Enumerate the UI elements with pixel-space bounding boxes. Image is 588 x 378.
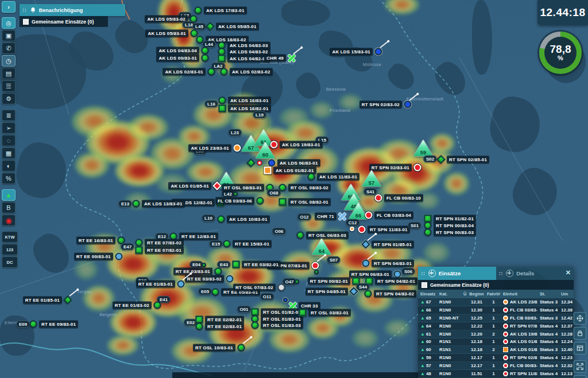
record-button[interactable]: ◉ (2, 215, 16, 226)
center-map-button[interactable] (574, 312, 586, 325)
table-row[interactable]: ▲59R1N012.171RT SPN 02/83-01Status 412.2… (418, 354, 574, 362)
shared-incidents-row: Gemeinsame Einsätze (0) (418, 280, 574, 290)
gauge-value: 78,8 (550, 44, 571, 54)
unit-label: RT OSL 08/83-01 (222, 184, 264, 192)
column-header[interactable]: Fahrt# (484, 291, 501, 297)
unit-circle-icon (202, 47, 209, 54)
table-row[interactable]: ▲64R1N012.221RT SPN 07/83-01Status 412.3… (418, 322, 574, 330)
status-cell: Status 3 (537, 315, 559, 321)
unit-dot-icon (295, 279, 299, 284)
einsaetze-panel-tabs: ∷ Einsätze ∷ Details ✕ (418, 267, 574, 280)
table-cell: 12.30 (467, 307, 484, 313)
table-row[interactable]: ▲48R1N011.511RT SPN 11/83-01Status 412.1… (418, 370, 574, 378)
b-filter-button[interactable]: B (2, 202, 16, 213)
unit-circle-icon (30, 321, 37, 328)
table-cell: 12.38 (559, 307, 574, 313)
expand-button[interactable]: › (2, 1, 16, 13)
unit-label: RT SPN 11/83-01 (368, 226, 410, 233)
tab-einsaetze[interactable]: ∷ Einsätze (418, 267, 496, 280)
shared-incidents-checkbox[interactable] (23, 19, 29, 25)
unit-circle-icon (365, 212, 373, 219)
triangle-up-icon: ▲ (420, 307, 425, 313)
notification-panel: ∷ Benachrichtigung Gemeinsame Einsätze (… (20, 4, 125, 27)
column-header[interactable]: Kat. (437, 291, 461, 297)
column-header[interactable]: Einsatz (418, 291, 437, 297)
report-button[interactable]: ▤ (2, 68, 16, 79)
drag-handle-icon[interactable]: ∷ (23, 7, 27, 13)
triangle-filter-button[interactable]: ▲ (2, 189, 16, 201)
radius-button[interactable]: ◌ (2, 135, 16, 146)
globe-button[interactable]: ◐ (2, 160, 16, 172)
triangle-up-icon: ▲ (420, 332, 425, 337)
unit-square-icon (279, 198, 287, 206)
unit-label: RT EE 16/83-01 (76, 237, 115, 244)
radar-button[interactable]: ◎ (2, 17, 16, 29)
unit-circle-icon (177, 280, 185, 288)
unit-circle-icon (358, 226, 366, 233)
table-row[interactable]: ▲60R1N112.181AK LDS 01/83-01Status 412.2… (418, 338, 574, 346)
circle-red-icon (503, 332, 508, 337)
table-cell: 11.51 (467, 371, 484, 376)
unit-circle-icon (202, 54, 209, 62)
tab-details[interactable]: ∷ Details ✕ (496, 267, 574, 280)
unit-dot-icon (283, 298, 288, 302)
column-header[interactable]: Um (559, 291, 574, 297)
forest-patch (27, 228, 76, 279)
heatmap-blob (107, 336, 139, 356)
unit-circle-icon (279, 184, 287, 192)
ktw-badge-button[interactable]: KTW (2, 231, 18, 243)
unit-label: RT SPN 02/85-01 (447, 156, 489, 163)
table-row[interactable]: ▲60R1N112.182AK LDS 01/82-01Status 312.4… (418, 346, 574, 354)
table-cell: 12.18 (467, 347, 484, 352)
layout-button[interactable] (574, 342, 586, 354)
fullscreen-button[interactable] (574, 375, 586, 378)
clock-time: 12.44:18 (540, 6, 585, 19)
drag-handle-icon[interactable]: ∷ (500, 271, 504, 276)
station-badge-label: E43 (217, 261, 231, 268)
lock-button[interactable] (574, 327, 586, 340)
unit-name: AK LDS 01/83-01 (510, 339, 537, 344)
table-row[interactable]: ▲61R1N012.202AK LDS 19/83-01Status 412.2… (418, 330, 574, 338)
table-row[interactable]: ▲57R1N012.171FL CB 00/83-10Status 412.32 (418, 362, 574, 370)
column-header[interactable]: Beginn (467, 291, 484, 297)
table-header: EinsatzKat.ÜBeginnFahrt#EinheitSt.Um (418, 290, 574, 298)
unit-label: CHR 49 (264, 54, 286, 62)
notification-panel-header[interactable]: ∷ Benachrichtigung (20, 4, 125, 16)
table-cell: R1N0 (437, 371, 461, 376)
expand-view-button[interactable] (574, 360, 586, 373)
table-cell: RT SPN 07/83-01 (501, 324, 537, 329)
unit-label: AK LDS 11/83-01 (317, 173, 359, 181)
map-button[interactable]: ▦ (2, 147, 16, 159)
table-cell: R1N1 (437, 347, 461, 352)
dc-badge-button[interactable]: DC (2, 256, 18, 268)
table-cell: AK LDS 01/82-01 (501, 347, 537, 352)
column-header[interactable]: Einheit (501, 291, 537, 297)
tab-einsaetze-label: Einsätze (439, 270, 461, 276)
table-row[interactable]: ▲65R1N0-NT12.251FL CB 03/83-01Status 312… (418, 314, 574, 322)
ambulance-button[interactable]: ▣ (2, 30, 16, 41)
unit-label: RT SPN 04/82-01 (375, 278, 417, 285)
routes-button[interactable]: ≣ (2, 110, 16, 121)
column-header[interactable]: Ü (461, 291, 467, 297)
percent-button[interactable]: % (2, 173, 16, 184)
numeric-badge-button[interactable]: 123 (2, 244, 18, 255)
station-badge-label: S41 (363, 188, 377, 196)
close-icon[interactable]: ✕ (566, 269, 571, 276)
unit-circle-icon (375, 194, 382, 202)
shared-incidents-checkbox[interactable] (421, 282, 427, 288)
station-badge-label: L16 (204, 100, 218, 108)
unit-label: AK LDS 13/83-01 (142, 200, 185, 208)
column-header[interactable]: St. (537, 291, 559, 297)
unit-label: RT OSL 10/83-01 (193, 344, 235, 352)
table-row[interactable]: ▲67R1N012.311AK LDS 23/83-01Status 312.3… (418, 298, 574, 306)
forest-patch (472, 0, 492, 75)
drag-handle-icon[interactable]: ∷ (421, 271, 425, 276)
clock-button[interactable]: ◷ (2, 55, 16, 67)
list-button[interactable]: ☰ (2, 80, 16, 92)
navigation-button[interactable]: ➢ (2, 122, 16, 134)
table-cell: 12.22 (467, 324, 484, 329)
dispatch-call-button[interactable]: ✆ (2, 42, 16, 54)
settings-button[interactable]: ⚙ (2, 93, 16, 104)
table-row[interactable]: ▲66R1N012.301FL CB 03/83-04Status 412.38 (418, 306, 574, 314)
forest-patch (292, 69, 326, 103)
